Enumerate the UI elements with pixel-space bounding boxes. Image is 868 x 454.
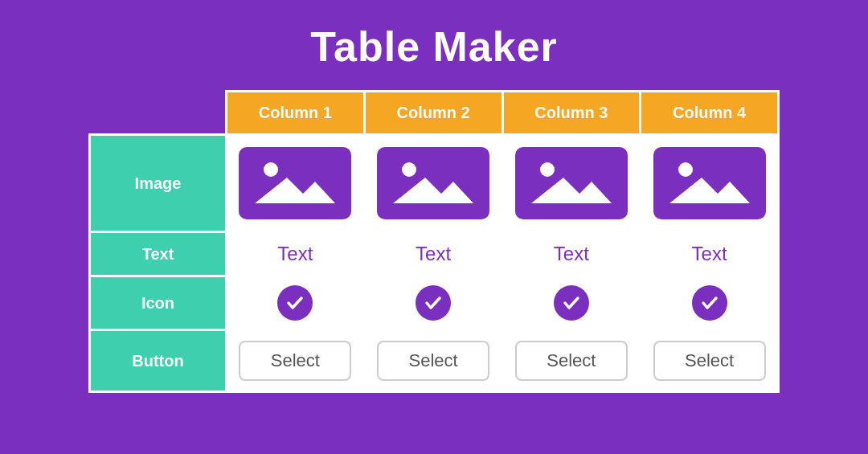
main-table: Column 1 Column 2 Column 3 Column 4 Imag… — [88, 90, 780, 393]
button-cell-1[interactable]: Select — [227, 330, 365, 392]
check-icon-3 — [554, 285, 589, 321]
image-placeholder-1 — [239, 147, 351, 219]
text-cell-2: Text — [364, 232, 502, 276]
select-button-4[interactable]: Select — [653, 341, 766, 381]
image-cell-3 — [502, 135, 641, 232]
svg-rect-0 — [247, 153, 343, 214]
text-cell-3: Text — [502, 232, 641, 276]
image-cell-4 — [641, 135, 779, 232]
svg-rect-9 — [661, 153, 758, 214]
text-row-label: Text — [90, 232, 227, 276]
button-cell-4[interactable]: Select — [641, 330, 779, 392]
svg-point-1 — [264, 162, 278, 177]
svg-rect-3 — [385, 153, 481, 214]
image-cell-2 — [364, 135, 502, 232]
column-1-header: Column 1 — [227, 92, 365, 135]
text-cell-4: Text — [641, 232, 779, 276]
svg-rect-6 — [523, 153, 620, 214]
image-row-label: Image — [90, 135, 227, 232]
svg-point-4 — [402, 162, 416, 177]
icon-cell-4 — [641, 276, 779, 330]
text-cell-1: Text — [227, 232, 365, 276]
select-button-3[interactable]: Select — [515, 341, 628, 381]
icon-cell-2 — [364, 276, 502, 330]
check-icon-4 — [692, 285, 727, 321]
column-2-header: Column 2 — [364, 92, 502, 135]
icon-row: Icon — [90, 276, 779, 330]
column-3-header: Column 3 — [502, 92, 641, 135]
check-icon-1 — [277, 285, 313, 321]
image-placeholder-2 — [377, 147, 489, 219]
table-wrapper: Column 1 Column 2 Column 3 Column 4 Imag… — [88, 90, 780, 393]
page-title: Table Maker — [310, 22, 558, 71]
button-cell-3[interactable]: Select — [502, 330, 641, 392]
text-value-2: Text — [416, 243, 451, 264]
image-placeholder-4 — [653, 147, 766, 219]
icon-row-label: Icon — [90, 276, 227, 330]
text-row: Text Text Text Text Text — [90, 232, 779, 276]
image-placeholder-3 — [515, 147, 628, 219]
select-button-2[interactable]: Select — [377, 341, 489, 381]
image-row: Image — [90, 135, 779, 232]
icon-cell-1 — [227, 276, 365, 330]
text-value-1: Text — [277, 243, 313, 264]
check-icon-2 — [416, 285, 451, 321]
svg-point-7 — [540, 162, 555, 177]
svg-point-10 — [678, 162, 693, 177]
button-row-label: Button — [90, 330, 227, 392]
text-value-4: Text — [692, 243, 727, 264]
text-value-3: Text — [554, 243, 589, 264]
image-cell-1 — [227, 135, 365, 232]
icon-cell-3 — [502, 276, 641, 330]
button-cell-2[interactable]: Select — [364, 330, 502, 392]
button-row: Button Select Select Select Select — [90, 330, 779, 392]
column-4-header: Column 4 — [641, 92, 779, 135]
select-button-1[interactable]: Select — [239, 341, 351, 381]
header-empty-cell — [90, 92, 227, 135]
